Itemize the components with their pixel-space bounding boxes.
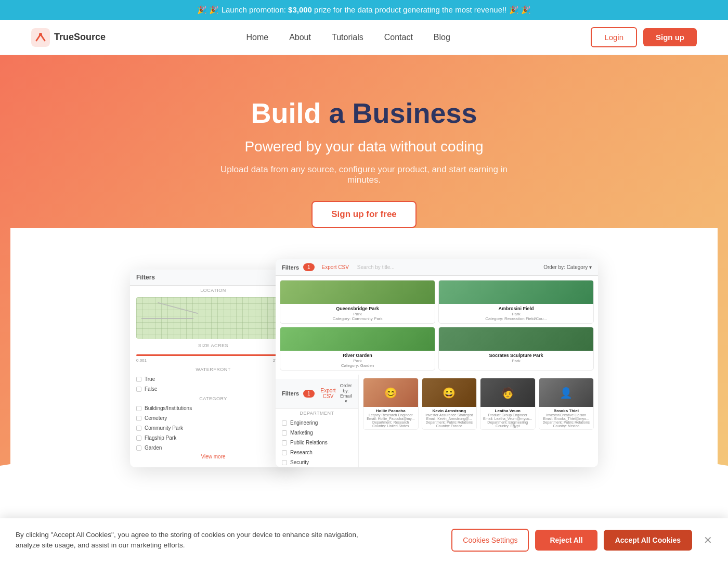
screenshot-filters: Filters Reset LOCATION + SIZE ACRES 0.00…	[130, 270, 296, 467]
category-filter-label: CATEGORY	[130, 394, 296, 403]
logo-icon	[31, 28, 50, 47]
parks-filter-count: 1	[303, 263, 315, 271]
park-info-4: Socrates Sculpture Park Park	[439, 351, 593, 365]
people-section: 😊 Hollie Pacocha Legacy Research Enginee…	[359, 375, 598, 467]
hero-title: Build a Business	[10, 97, 718, 129]
nav-about[interactable]: About	[289, 33, 311, 42]
cat-flagship-park: Flagship Park	[130, 433, 296, 443]
dept-filter-panel: Filters 1 Export CSV Order by: Email ▾ D…	[276, 375, 359, 467]
svg-rect-0	[31, 28, 50, 47]
park-card-4: Socrates Sculpture Park Park	[438, 327, 594, 371]
park-card-1: Queensbridge Park Park Category: Communi…	[280, 280, 435, 324]
nav-tutorials[interactable]: Tutorials	[332, 33, 363, 42]
person-img-2: 😄	[422, 378, 477, 407]
cat-buildings: Buildings/Institutions	[130, 403, 296, 413]
cat-cemetery: Cemetery	[130, 413, 296, 423]
hero-subtitle: Powered by your data without coding	[10, 138, 718, 155]
view-more-categories: View more	[130, 453, 296, 461]
person-info-1: Hollie Pacocha Legacy Research Engineer …	[363, 407, 418, 429]
screenshot-parks: Filters 1 Export CSV Search by title... …	[276, 259, 598, 467]
nav-actions: Login Sign up	[591, 27, 697, 47]
bottom-section: Filters 1 Export CSV Order by: Email ▾ D…	[276, 375, 598, 467]
cat-community-park: Community Park	[130, 423, 296, 433]
mock-map: +	[136, 297, 290, 339]
person-img-1: 😊	[363, 378, 418, 407]
order-by: Order by: Category ▾	[543, 264, 592, 270]
parks-grid: Queensbridge Park Park Category: Communi…	[276, 276, 598, 375]
mock-header-left: Filters Reset	[130, 270, 296, 286]
map-road-2	[141, 318, 193, 319]
mock-header-people: Filters 1 Export CSV Order by: Email ▾	[276, 379, 358, 408]
nav-contact[interactable]: Contact	[384, 33, 413, 42]
park-img-4	[439, 327, 593, 351]
person-img-3: 🧑	[480, 378, 535, 407]
signup-free-button[interactable]: Sign up for free	[311, 201, 417, 228]
person-img-4: 👤	[539, 378, 594, 407]
logo: TrueSource	[31, 28, 106, 47]
hero-section: Build a Business Powered by your data wi…	[0, 55, 728, 509]
dept-section-label: DEPARTMENT	[276, 408, 358, 418]
mock-header-parks: Filters 1 Export CSV Search by title... …	[276, 259, 598, 276]
size-range: 0.0012771.747	[130, 350, 296, 365]
cat-garden: Garden	[130, 443, 296, 453]
person-info-2: Kevin Armstrong Investor Assurance Strat…	[422, 407, 477, 429]
dept-pr: Public Relations	[276, 438, 358, 448]
person-info-3: Leatha Veum Product Group Engineer Email…	[480, 407, 535, 429]
parks-filters-label: Filters	[282, 264, 299, 271]
park-img-1	[280, 280, 435, 304]
navbar: TrueSource Home About Tutorials Contact …	[0, 20, 728, 55]
screenshots-container: Filters Reset LOCATION + SIZE ACRES 0.00…	[130, 259, 598, 478]
screenshots-section: Filters Reset LOCATION + SIZE ACRES 0.00…	[10, 228, 718, 509]
export-csv-btn: Export CSV	[322, 264, 349, 270]
waterfront-label: WATERFRONT	[130, 365, 296, 374]
park-info-1: Queensbridge Park Park Category: Communi…	[280, 304, 435, 323]
person-card-2: 😄 Kevin Armstrong Investor Assurance Str…	[422, 378, 477, 430]
dept-research: Research	[276, 448, 358, 457]
filters-title: Filters	[136, 274, 155, 281]
search-box: Search by title...	[357, 264, 395, 270]
park-info-2: Ambrosini Field Park Category: Recreatio…	[439, 304, 593, 323]
park-card-2: Ambrosini Field Park Category: Recreatio…	[438, 280, 594, 324]
dept-security: Security	[276, 457, 358, 467]
waterfront-false: False	[130, 384, 296, 394]
person-info-4: Brooks Thiel Investor/Creative Liaison E…	[539, 407, 594, 429]
park-info-3: River Garden Park Category: Garden	[280, 351, 435, 370]
dept-engineering: Engineering	[276, 418, 358, 428]
nav-home[interactable]: Home	[246, 33, 268, 42]
svg-point-1	[39, 33, 42, 36]
park-img-2	[439, 280, 593, 304]
person-card-4: 👤 Brooks Thiel Investor/Creative Liaison…	[539, 378, 594, 430]
dept-marketing: Marketing	[276, 428, 358, 438]
top-banner: 🎉 🎉 Launch promotion: $3,000 prize for t…	[0, 0, 728, 20]
range-bar	[136, 354, 290, 356]
person-card-3: 🧑 Leatha Veum Product Group Engineer Ema…	[480, 378, 536, 430]
park-img-3	[280, 327, 435, 351]
nav-links: Home About Tutorials Contact Blog	[246, 33, 450, 42]
size-acres-label: SIZE ACRES	[130, 341, 296, 350]
nav-blog[interactable]: Blog	[434, 33, 450, 42]
person-card-1: 😊 Hollie Pacocha Legacy Research Enginee…	[363, 378, 419, 430]
hero-description: Upload data from any source, configure y…	[208, 164, 520, 185]
range-values: 0.0012771.747	[136, 358, 290, 363]
waterfront-true: True	[130, 374, 296, 384]
location-label: LOCATION	[130, 286, 296, 295]
park-card-3: River Garden Park Category: Garden	[280, 327, 435, 371]
people-grid: 😊 Hollie Pacocha Legacy Research Enginee…	[359, 375, 598, 433]
signup-button[interactable]: Sign up	[643, 28, 697, 46]
login-button[interactable]: Login	[591, 27, 637, 47]
